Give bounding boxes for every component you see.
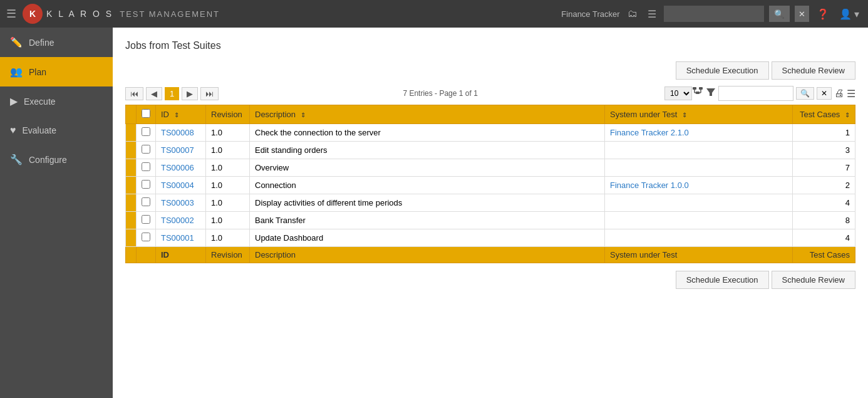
prev-page-button[interactable]: ◀ [146,87,162,100]
navbar-right: Finance Tracker 🗂 ☰ 🔍 ✕ ❓ 👤 ▾ [561,6,862,22]
last-page-button[interactable]: ⏭ [200,87,219,100]
row-checkbox[interactable] [142,162,150,171]
per-page-dropdown[interactable]: 10 25 50 [664,86,692,100]
row-id[interactable]: TS00003 [156,194,206,212]
row-revision: 1.0 [206,229,250,247]
row-id-link[interactable]: TS00008 [161,128,194,137]
sidebar-item-label-execute: Execute [24,97,56,107]
sidebar: ✏️ Define 👥 Plan ▶ Execute ♥ Evaluate 🔧 … [0,28,113,398]
data-table: ID ⇕ Revision Description ⇕ System under… [125,105,855,263]
project-icon[interactable]: 🗂 [625,7,640,21]
row-sut-link[interactable]: Finance Tracker 2.1.0 [610,128,689,137]
bottom-btn-row: Schedule Execution Schedule Review [125,271,855,289]
schedule-execution-button-bottom[interactable]: Schedule Execution [676,271,769,289]
execute-icon: ▶ [10,95,18,107]
header-description[interactable]: Description ⇕ [250,105,605,124]
id-sort-icon: ⇕ [174,112,179,118]
header-id-label: ID [161,110,169,119]
row-checkbox-cell [137,159,156,177]
row-description: Edit standing orders [250,142,605,159]
schedule-review-button-top[interactable]: Schedule Review [772,61,855,80]
row-test-cases: 4 [793,229,855,247]
row-sut-link[interactable]: Finance Tracker 1.0.0 [610,181,689,190]
table-footer-row: ID Revision Description System under Tes… [126,247,855,263]
header-sut[interactable]: System under Test ⇕ [605,105,793,124]
select-all-checkbox[interactable] [142,109,150,118]
content: Jobs from Test Suites Schedule Execution… [113,28,868,398]
sidebar-item-configure[interactable]: 🔧 Configure [0,145,113,174]
row-id-link[interactable]: TS00002 [161,216,194,225]
row-checkbox[interactable] [142,215,150,224]
logo: K K L A R O S TEST MANAGEMENT [23,4,220,24]
row-checkbox[interactable] [142,197,150,206]
search-button[interactable]: 🔍 [769,6,790,22]
filter-search-button[interactable]: 🔍 [796,87,814,100]
header-description-label: Description [255,110,296,119]
sidebar-item-define[interactable]: ✏️ Define [0,28,113,57]
row-checkbox[interactable] [142,180,150,189]
filter-icon[interactable] [706,87,716,100]
row-sut[interactable]: Finance Tracker 2.1.0 [605,124,793,142]
row-description: Connection [250,177,605,194]
schedule-review-button-bottom[interactable]: Schedule Review [772,271,855,289]
row-revision: 1.0 [206,124,250,142]
next-page-button[interactable]: ▶ [182,87,198,100]
pagination-controls: ⏮ ◀ 1 ▶ ⏭ [125,87,219,100]
page-1-button[interactable]: 1 [165,87,179,100]
row-id-link[interactable]: TS00003 [161,198,194,207]
row-id-link[interactable]: TS00004 [161,181,194,190]
row-id[interactable]: TS00008 [156,124,206,142]
sidebar-item-execute[interactable]: ▶ Execute [0,86,113,116]
footer-description: Description [250,247,605,263]
row-id[interactable]: TS00002 [156,212,206,229]
row-description: Check the connection to the server [250,124,605,142]
row-checkbox-cell [137,194,156,212]
filter-clear-button[interactable]: ✕ [817,87,832,100]
filter-input[interactable] [718,86,793,101]
first-page-button[interactable]: ⏮ [125,87,143,100]
header-id[interactable]: ID ⇕ [156,105,206,124]
search-clear-button[interactable]: ✕ [795,6,809,22]
filter-controls: 🔍 ✕ 🖨 ☰ [692,86,855,101]
row-checkbox-cell [137,142,156,159]
per-page-select: 10 25 50 [664,86,692,100]
sut-sort-icon: ⇕ [682,112,687,118]
row-id-link[interactable]: TS00001 [161,233,194,243]
hierarchy-icon[interactable] [692,86,703,100]
menu-icon[interactable]: ☰ [6,7,16,21]
row-checkbox[interactable] [142,233,150,241]
help-icon[interactable]: ❓ [814,7,832,21]
list-icon[interactable]: ☰ [645,7,659,21]
row-gold-bar [126,177,137,194]
sidebar-item-plan[interactable]: 👥 Plan [0,57,113,86]
table-controls: ⏮ ◀ 1 ▶ ⏭ 7 Entries - Page 1 of 1 10 25 … [125,86,855,101]
user-icon[interactable]: 👤 ▾ [837,7,862,21]
header-test-cases[interactable]: Test Cases ⇕ [793,105,855,124]
row-id[interactable]: TS00006 [156,159,206,177]
row-gold-bar [126,194,137,212]
row-id-link[interactable]: TS00006 [161,163,194,172]
row-id[interactable]: TS00007 [156,142,206,159]
pagination-info: 7 Entries - Page 1 of 1 [219,89,662,98]
row-sut[interactable]: Finance Tracker 1.0.0 [605,177,793,194]
row-test-cases: 3 [793,142,855,159]
row-revision: 1.0 [206,194,250,212]
sidebar-item-evaluate[interactable]: ♥ Evaluate [0,116,113,145]
row-checkbox[interactable] [142,127,150,136]
page-title: Jobs from Test Suites [125,40,855,51]
table-row: TS000071.0Edit standing orders3 [126,142,855,159]
row-test-cases: 8 [793,212,855,229]
logo-icon: K [23,4,43,24]
print-icon[interactable]: 🖨 [834,88,844,99]
columns-icon[interactable]: ☰ [847,88,855,100]
row-id-link[interactable]: TS00007 [161,145,194,155]
row-sut [605,229,793,247]
row-id[interactable]: TS00001 [156,229,206,247]
search-input[interactable] [664,6,764,22]
navbar: ☰ K K L A R O S TEST MANAGEMENT Finance … [0,0,868,28]
row-gold-bar [126,212,137,229]
row-checkbox[interactable] [142,145,150,154]
header-checkbox-col [137,105,156,124]
schedule-execution-button-top[interactable]: Schedule Execution [676,61,769,80]
row-id[interactable]: TS00004 [156,177,206,194]
